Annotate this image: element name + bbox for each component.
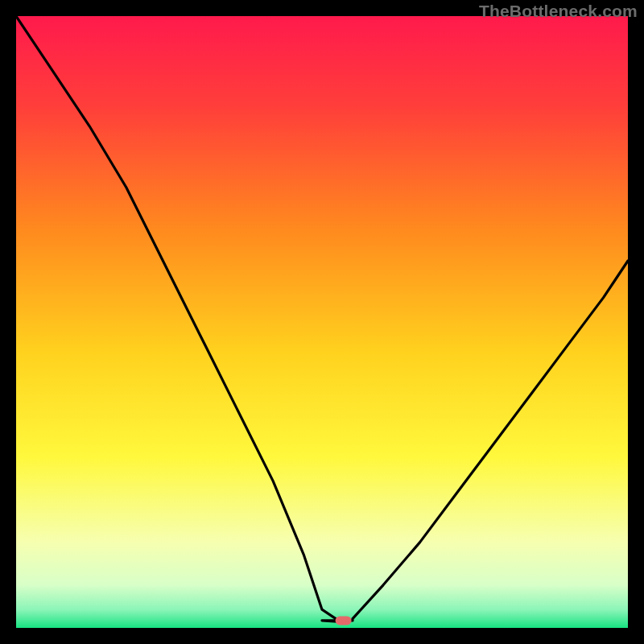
bottleneck-chart [16,16,628,628]
watermark-text: TheBottleneck.com [479,2,638,21]
optimal-marker [336,616,352,625]
chart-frame: TheBottleneck.com [0,0,644,644]
gradient-background [16,16,628,628]
